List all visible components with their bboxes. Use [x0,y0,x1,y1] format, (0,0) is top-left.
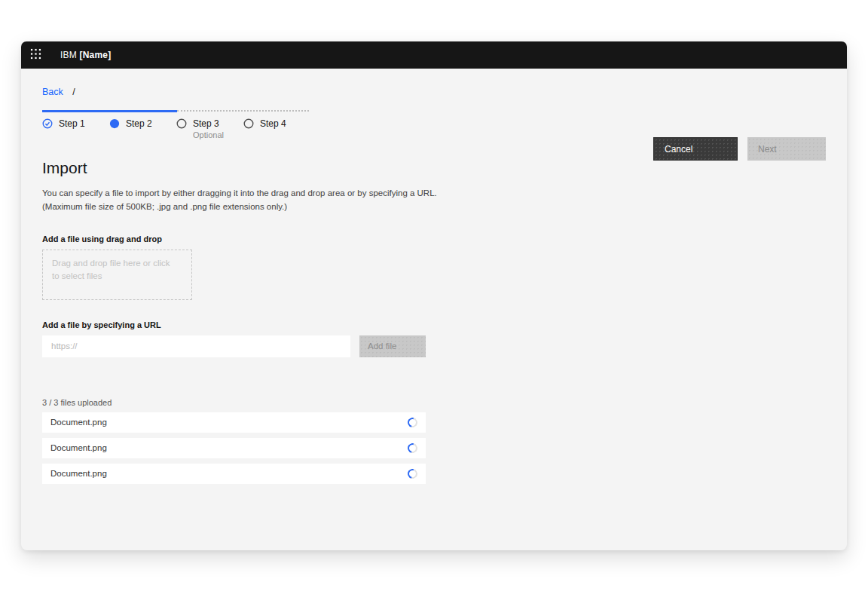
uploaded-file-row: Document.png [42,464,426,484]
progress-step-4[interactable]: Step 4 [243,118,310,139]
app-header: IBM [Name] [21,41,847,69]
url-input[interactable] [42,335,350,357]
url-upload-label: Add a file by specifying a URL [42,320,826,329]
step-incomplete-icon [243,118,254,129]
upload-spinner-icon [406,415,420,429]
header-app-name: [Name] [79,50,111,60]
uploaded-file-row: Document.png [42,438,426,458]
file-dropzone[interactable]: Drag and drop file here or click to sele… [42,250,192,300]
app-switcher-button[interactable] [30,44,54,66]
dragdrop-label: Add a file using drag and drop [42,234,826,243]
switcher-grid-icon [30,48,41,62]
wizard-actions: Cancel Next [653,137,826,161]
step-current-icon [109,118,120,129]
file-name: Document.png [50,443,107,452]
breadcrumb: Back / [42,69,826,97]
file-name: Document.png [50,418,107,427]
progress-indicator: Step 1 Step 2 [42,110,310,139]
page-body: Back / Step 1 [21,69,847,484]
cancel-button[interactable]: Cancel [653,137,738,161]
step-incomplete-icon [176,118,187,129]
uploaded-file-row: Document.png [42,412,426,433]
upload-spinner-icon [406,467,420,480]
step-label: Step 4 [260,118,286,129]
progress-step-2[interactable]: Step 2 [109,118,176,139]
file-name: Document.png [50,469,107,478]
url-upload-row: Add file [42,335,826,357]
step-optional-label: Optional [193,130,243,139]
breadcrumb-back-link[interactable]: Back [42,87,63,97]
step-complete-check-icon [42,118,53,129]
header-title: IBM [Name] [60,50,111,60]
next-button[interactable]: Next [747,137,826,161]
progress-step-1[interactable]: Step 1 [42,118,109,139]
app-window: IBM [Name] Back / [21,41,847,550]
page-description: You can specify a file to import by eith… [42,187,826,214]
step-label: Step 3 [193,118,219,129]
step-label: Step 1 [59,118,85,129]
files-uploaded-status: 3 / 3 files uploaded [42,398,826,407]
page-title: Import [42,159,826,177]
header-brand: IBM [60,50,77,60]
step-label: Step 2 [126,118,152,129]
progress-steps: Step 1 Step 2 [42,118,310,139]
progress-step-3[interactable]: Step 3 Optional [176,118,243,139]
progress-track-complete [42,110,177,112]
description-line-1: You can specify a file to import by eith… [42,187,826,201]
add-file-button[interactable]: Add file [359,335,426,357]
dropzone-hint-text: Drag and drop file here or click to sele… [52,257,173,284]
breadcrumb-separator: / [72,87,75,97]
progress-track-incomplete [177,110,309,112]
upload-spinner-icon [406,441,420,455]
description-line-2: (Maximum file size of 500KB; .jpg and .p… [42,201,826,214]
progress-track [42,110,310,112]
